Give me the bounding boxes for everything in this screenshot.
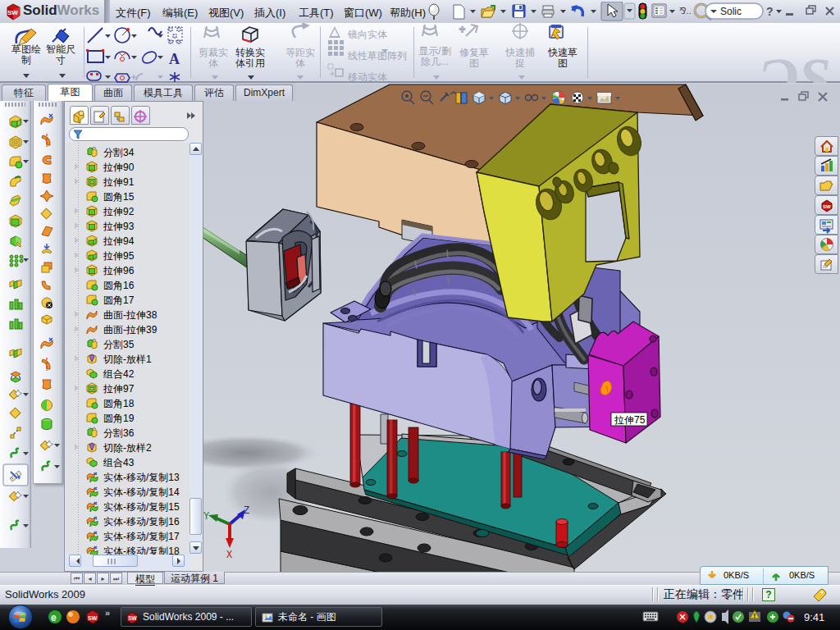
svg-text:SW: SW: [88, 615, 98, 621]
svg-text:Y: Y: [203, 511, 209, 523]
svg-text:SW: SW: [128, 615, 137, 621]
svg-text:X: X: [226, 550, 232, 561]
svg-text:⅋..: ⅋..: [679, 6, 692, 16]
svg-text:Z: Z: [244, 505, 249, 517]
svg-text:拉伸75: 拉伸75: [614, 414, 646, 426]
svg-text:!: !: [754, 612, 756, 619]
svg-text:SW: SW: [7, 9, 18, 16]
svg-text:SW: SW: [823, 204, 831, 209]
svg-text:e: e: [51, 612, 57, 623]
svg-text:9:41: 9:41: [804, 611, 824, 623]
svg-text:»: »: [105, 608, 110, 618]
svg-text:?: ?: [766, 5, 774, 18]
svg-text:Solic: Solic: [720, 6, 742, 17]
